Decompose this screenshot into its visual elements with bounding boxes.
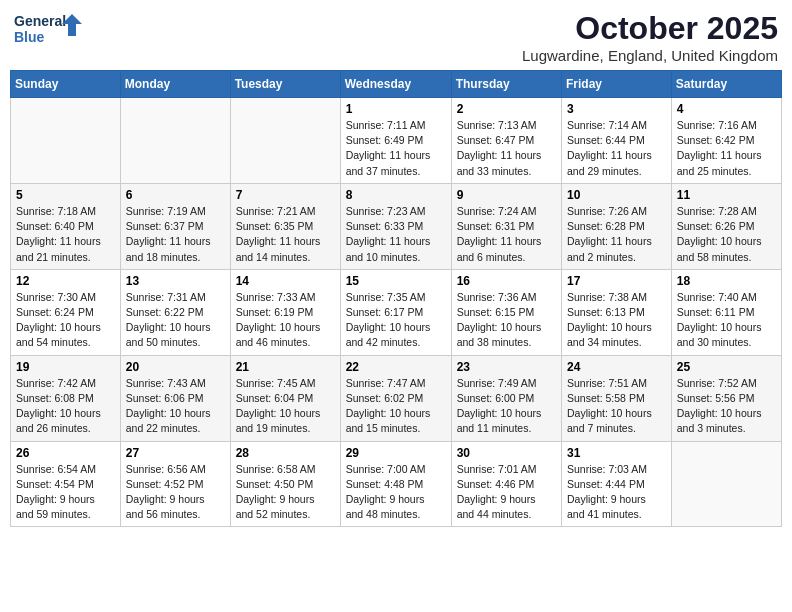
weekday-header-thursday: Thursday — [451, 71, 561, 98]
page-title: October 2025 — [522, 10, 778, 47]
day-number: 23 — [457, 360, 556, 374]
calendar-cell — [671, 441, 781, 527]
day-info: Sunrise: 7:14 AM Sunset: 6:44 PM Dayligh… — [567, 118, 666, 179]
day-number: 27 — [126, 446, 225, 460]
day-info: Sunrise: 7:43 AM Sunset: 6:06 PM Dayligh… — [126, 376, 225, 437]
day-info: Sunrise: 7:51 AM Sunset: 5:58 PM Dayligh… — [567, 376, 666, 437]
calendar-cell: 26Sunrise: 6:54 AM Sunset: 4:54 PM Dayli… — [11, 441, 121, 527]
calendar-cell: 30Sunrise: 7:01 AM Sunset: 4:46 PM Dayli… — [451, 441, 561, 527]
calendar-cell: 5Sunrise: 7:18 AM Sunset: 6:40 PM Daylig… — [11, 183, 121, 269]
calendar-week-4: 19Sunrise: 7:42 AM Sunset: 6:08 PM Dayli… — [11, 355, 782, 441]
day-number: 30 — [457, 446, 556, 460]
calendar-cell: 3Sunrise: 7:14 AM Sunset: 6:44 PM Daylig… — [562, 98, 672, 184]
day-number: 11 — [677, 188, 776, 202]
day-number: 29 — [346, 446, 446, 460]
calendar-cell: 9Sunrise: 7:24 AM Sunset: 6:31 PM Daylig… — [451, 183, 561, 269]
calendar-cell: 8Sunrise: 7:23 AM Sunset: 6:33 PM Daylig… — [340, 183, 451, 269]
day-number: 10 — [567, 188, 666, 202]
calendar-cell: 11Sunrise: 7:28 AM Sunset: 6:26 PM Dayli… — [671, 183, 781, 269]
weekday-header-monday: Monday — [120, 71, 230, 98]
calendar-table: SundayMondayTuesdayWednesdayThursdayFrid… — [10, 70, 782, 527]
day-number: 20 — [126, 360, 225, 374]
calendar-cell — [120, 98, 230, 184]
day-info: Sunrise: 6:54 AM Sunset: 4:54 PM Dayligh… — [16, 462, 115, 523]
calendar-cell: 28Sunrise: 6:58 AM Sunset: 4:50 PM Dayli… — [230, 441, 340, 527]
calendar-cell: 13Sunrise: 7:31 AM Sunset: 6:22 PM Dayli… — [120, 269, 230, 355]
calendar-cell: 31Sunrise: 7:03 AM Sunset: 4:44 PM Dayli… — [562, 441, 672, 527]
calendar-cell: 24Sunrise: 7:51 AM Sunset: 5:58 PM Dayli… — [562, 355, 672, 441]
calendar-week-1: 1Sunrise: 7:11 AM Sunset: 6:49 PM Daylig… — [11, 98, 782, 184]
day-info: Sunrise: 7:19 AM Sunset: 6:37 PM Dayligh… — [126, 204, 225, 265]
svg-text:Blue: Blue — [14, 29, 45, 45]
day-info: Sunrise: 7:45 AM Sunset: 6:04 PM Dayligh… — [236, 376, 335, 437]
calendar-cell: 25Sunrise: 7:52 AM Sunset: 5:56 PM Dayli… — [671, 355, 781, 441]
day-info: Sunrise: 7:52 AM Sunset: 5:56 PM Dayligh… — [677, 376, 776, 437]
weekday-header-saturday: Saturday — [671, 71, 781, 98]
weekday-header-row: SundayMondayTuesdayWednesdayThursdayFrid… — [11, 71, 782, 98]
weekday-header-sunday: Sunday — [11, 71, 121, 98]
calendar-cell: 29Sunrise: 7:00 AM Sunset: 4:48 PM Dayli… — [340, 441, 451, 527]
calendar-cell: 2Sunrise: 7:13 AM Sunset: 6:47 PM Daylig… — [451, 98, 561, 184]
calendar-cell: 7Sunrise: 7:21 AM Sunset: 6:35 PM Daylig… — [230, 183, 340, 269]
day-info: Sunrise: 7:01 AM Sunset: 4:46 PM Dayligh… — [457, 462, 556, 523]
day-info: Sunrise: 7:30 AM Sunset: 6:24 PM Dayligh… — [16, 290, 115, 351]
calendar-cell: 12Sunrise: 7:30 AM Sunset: 6:24 PM Dayli… — [11, 269, 121, 355]
day-info: Sunrise: 7:00 AM Sunset: 4:48 PM Dayligh… — [346, 462, 446, 523]
calendar-week-5: 26Sunrise: 6:54 AM Sunset: 4:54 PM Dayli… — [11, 441, 782, 527]
page-header: General Blue October 2025 Lugwardine, En… — [10, 10, 782, 64]
calendar-week-2: 5Sunrise: 7:18 AM Sunset: 6:40 PM Daylig… — [11, 183, 782, 269]
calendar-cell: 14Sunrise: 7:33 AM Sunset: 6:19 PM Dayli… — [230, 269, 340, 355]
day-number: 16 — [457, 274, 556, 288]
day-info: Sunrise: 6:58 AM Sunset: 4:50 PM Dayligh… — [236, 462, 335, 523]
day-info: Sunrise: 6:56 AM Sunset: 4:52 PM Dayligh… — [126, 462, 225, 523]
day-number: 3 — [567, 102, 666, 116]
day-number: 14 — [236, 274, 335, 288]
svg-text:General: General — [14, 13, 66, 29]
day-info: Sunrise: 7:47 AM Sunset: 6:02 PM Dayligh… — [346, 376, 446, 437]
day-info: Sunrise: 7:33 AM Sunset: 6:19 PM Dayligh… — [236, 290, 335, 351]
calendar-cell: 17Sunrise: 7:38 AM Sunset: 6:13 PM Dayli… — [562, 269, 672, 355]
day-info: Sunrise: 7:36 AM Sunset: 6:15 PM Dayligh… — [457, 290, 556, 351]
day-number: 28 — [236, 446, 335, 460]
day-info: Sunrise: 7:49 AM Sunset: 6:00 PM Dayligh… — [457, 376, 556, 437]
day-number: 25 — [677, 360, 776, 374]
day-number: 2 — [457, 102, 556, 116]
weekday-header-wednesday: Wednesday — [340, 71, 451, 98]
day-info: Sunrise: 7:26 AM Sunset: 6:28 PM Dayligh… — [567, 204, 666, 265]
day-number: 13 — [126, 274, 225, 288]
calendar-cell: 20Sunrise: 7:43 AM Sunset: 6:06 PM Dayli… — [120, 355, 230, 441]
day-number: 19 — [16, 360, 115, 374]
day-info: Sunrise: 7:03 AM Sunset: 4:44 PM Dayligh… — [567, 462, 666, 523]
calendar-cell: 18Sunrise: 7:40 AM Sunset: 6:11 PM Dayli… — [671, 269, 781, 355]
day-info: Sunrise: 7:18 AM Sunset: 6:40 PM Dayligh… — [16, 204, 115, 265]
logo: General Blue — [14, 10, 84, 52]
weekday-header-tuesday: Tuesday — [230, 71, 340, 98]
day-number: 7 — [236, 188, 335, 202]
day-info: Sunrise: 7:42 AM Sunset: 6:08 PM Dayligh… — [16, 376, 115, 437]
day-number: 5 — [16, 188, 115, 202]
day-info: Sunrise: 7:35 AM Sunset: 6:17 PM Dayligh… — [346, 290, 446, 351]
day-number: 12 — [16, 274, 115, 288]
calendar-cell: 16Sunrise: 7:36 AM Sunset: 6:15 PM Dayli… — [451, 269, 561, 355]
calendar-cell: 10Sunrise: 7:26 AM Sunset: 6:28 PM Dayli… — [562, 183, 672, 269]
weekday-header-friday: Friday — [562, 71, 672, 98]
calendar-cell: 1Sunrise: 7:11 AM Sunset: 6:49 PM Daylig… — [340, 98, 451, 184]
day-number: 22 — [346, 360, 446, 374]
day-number: 31 — [567, 446, 666, 460]
calendar-cell — [11, 98, 121, 184]
day-info: Sunrise: 7:11 AM Sunset: 6:49 PM Dayligh… — [346, 118, 446, 179]
calendar-cell: 4Sunrise: 7:16 AM Sunset: 6:42 PM Daylig… — [671, 98, 781, 184]
day-info: Sunrise: 7:40 AM Sunset: 6:11 PM Dayligh… — [677, 290, 776, 351]
calendar-cell — [230, 98, 340, 184]
day-number: 18 — [677, 274, 776, 288]
day-number: 21 — [236, 360, 335, 374]
calendar-cell: 6Sunrise: 7:19 AM Sunset: 6:37 PM Daylig… — [120, 183, 230, 269]
day-info: Sunrise: 7:31 AM Sunset: 6:22 PM Dayligh… — [126, 290, 225, 351]
day-number: 1 — [346, 102, 446, 116]
logo-svg: General Blue — [14, 10, 84, 52]
calendar-cell: 21Sunrise: 7:45 AM Sunset: 6:04 PM Dayli… — [230, 355, 340, 441]
calendar-cell: 22Sunrise: 7:47 AM Sunset: 6:02 PM Dayli… — [340, 355, 451, 441]
day-info: Sunrise: 7:23 AM Sunset: 6:33 PM Dayligh… — [346, 204, 446, 265]
day-number: 8 — [346, 188, 446, 202]
day-number: 24 — [567, 360, 666, 374]
